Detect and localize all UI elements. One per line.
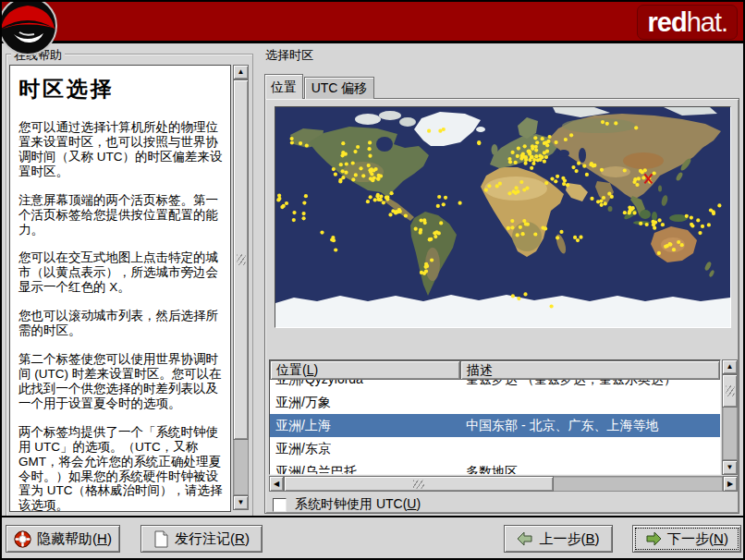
- life-preserver-icon: [14, 530, 31, 548]
- scroll-down-button[interactable]: ▼: [233, 495, 249, 510]
- scroll-thumb[interactable]: [722, 374, 738, 408]
- scroll-left-button[interactable]: ◀: [269, 476, 284, 492]
- tab-location[interactable]: 位置: [264, 74, 303, 99]
- table-vertical-scrollbar[interactable]: ▲ ▼: [722, 359, 738, 475]
- scroll-thumb[interactable]: [233, 79, 249, 440]
- help-paragraph: 两个标签均提供了一个「系统时钟使用 UTC」的选项。（UTC，又称 GMT，将会…: [18, 425, 224, 512]
- column-header-description[interactable]: 描述: [460, 360, 720, 380]
- timezone-group-label: 选择时区: [263, 47, 316, 64]
- table-row-selected[interactable]: 亚洲/上海 中国东部 - 北京、广东、上海等地: [270, 414, 720, 437]
- help-title: 时区选择: [18, 75, 224, 103]
- scroll-up-button[interactable]: ▲: [233, 65, 249, 79]
- table-row[interactable]: 亚洲/万象: [270, 391, 720, 414]
- button-bar: 隐藏帮助(H) 发行注记(R) 上一步(B) 下一步(N): [2, 516, 743, 560]
- utc-checkbox[interactable]: [273, 498, 287, 512]
- thumb-grip-icon: [726, 385, 734, 396]
- next-button[interactable]: 下一步(N): [632, 525, 741, 553]
- hide-help-button[interactable]: 隐藏帮助(H): [6, 525, 120, 553]
- utc-checkbox-row: 系统时钟使用 UTC(U): [273, 496, 421, 513]
- help-paragraph: 第二个标签使您可以使用世界协调时间 (UTC) 时差来设置时区。您可以在此找到一…: [18, 352, 224, 411]
- timezone-table-header: 位置(L) 描述: [270, 360, 720, 380]
- next-arrow-icon: [645, 531, 662, 546]
- installer-window: redhat. 在线帮助 时区选择 您可以通过选择计算机所处的物理位置来设置时区…: [0, 0, 745, 560]
- world-map[interactable]: [275, 107, 730, 327]
- thumb-grip-icon: [413, 480, 424, 488]
- scroll-up-button[interactable]: ▲: [722, 359, 738, 374]
- redhat-shadowman-icon: [0, 0, 60, 58]
- help-paragraph: 您可以在交互式地图上点击特定的城市（以黄点表示），所选城市旁边会显示一个红色的 …: [18, 250, 224, 295]
- table-row[interactable]: 亚洲/乌兰巴托 多数地区: [270, 460, 720, 474]
- redhat-wordmark-hat: hat.: [687, 7, 727, 38]
- table-horizontal-scrollbar[interactable]: ◀ ▶: [269, 476, 738, 492]
- help-paragraph: 您可以通过选择计算机所处的物理位置来设置时区，也可以按照与世界协调时间（又称 U…: [18, 120, 224, 179]
- help-paragraph: 注意屏幕顶端的两个活页标签。第一个活页标签给您提供按位置配置的能力。: [18, 193, 224, 237]
- utc-checkbox-label[interactable]: 系统时钟使用 UTC(U): [295, 496, 421, 513]
- tab-utc-offset[interactable]: UTC 偏移: [304, 77, 374, 99]
- timezone-table-body: 亚洲/Qyzylorda 奎兹罗达 （奎兹罗达，奎兹尔奥达） 亚洲/万象 亚洲/…: [270, 380, 720, 474]
- table-row[interactable]: 亚洲/Qyzylorda 奎兹罗达 （奎兹罗达，奎兹尔奥达）: [270, 380, 720, 391]
- scroll-thumb[interactable]: [284, 476, 554, 492]
- world-map-frame: [275, 106, 731, 328]
- redhat-wordmark-red: red: [647, 7, 686, 38]
- thumb-grip-icon: [237, 254, 245, 265]
- column-header-location[interactable]: 位置(L): [270, 360, 460, 380]
- scroll-down-button[interactable]: ▼: [722, 460, 738, 475]
- header-bar: redhat.: [2, 2, 743, 43]
- help-scrollbar[interactable]: ▲ ▼: [233, 65, 249, 510]
- help-paragraph: 您也可以滚动城市列表，然后选择所需的时区。: [18, 309, 224, 338]
- help-text-panel: 时区选择 您可以通过选择计算机所处的物理位置来设置时区，也可以按照与世界协调时间…: [9, 65, 231, 512]
- timezone-table: 位置(L) 描述 亚洲/Qyzylorda 奎兹罗达 （奎兹罗达，奎兹尔奥达） …: [269, 359, 721, 475]
- back-button[interactable]: 上一步(B): [504, 525, 613, 553]
- release-notes-button[interactable]: 发行注记(R): [140, 525, 263, 553]
- table-row[interactable]: 亚洲/东京: [270, 437, 720, 460]
- back-arrow-icon: [517, 531, 533, 546]
- document-icon: [153, 530, 169, 548]
- scroll-right-button[interactable]: ▶: [723, 476, 738, 492]
- location-tab-page: 位置(L) 描述 亚洲/Qyzylorda 奎兹罗达 （奎兹罗达，奎兹尔奥达） …: [264, 98, 739, 514]
- redhat-wordmark: redhat.: [637, 5, 738, 40]
